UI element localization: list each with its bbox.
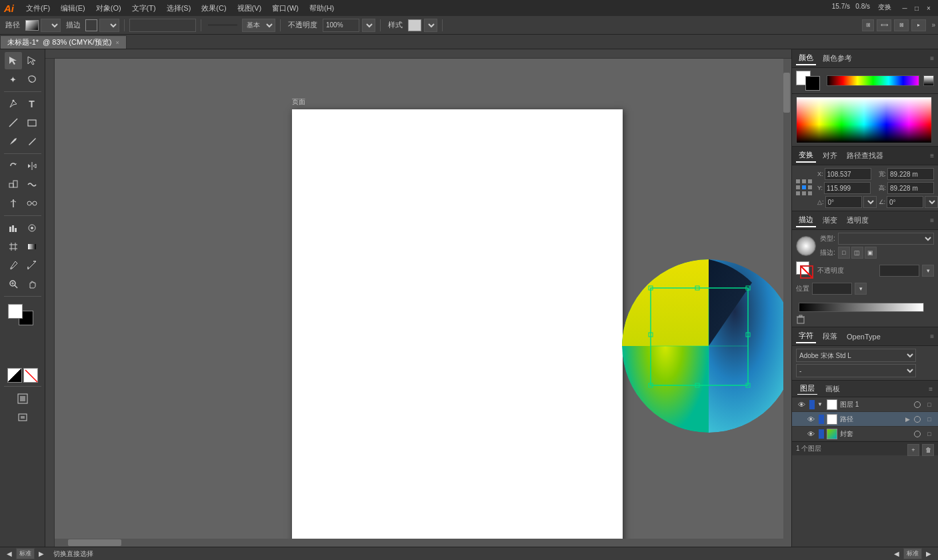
style-select[interactable] xyxy=(424,19,437,32)
restore-button[interactable]: □ xyxy=(911,3,922,13)
color-picker-gradient[interactable] xyxy=(796,97,932,143)
canvas-area[interactable]: 页面 xyxy=(45,49,791,547)
zoom-tool[interactable] xyxy=(5,275,22,293)
artboard-tab[interactable]: 画板 xyxy=(823,383,843,395)
minimize-button[interactable]: ─ xyxy=(899,3,910,13)
rect-tool[interactable] xyxy=(23,114,41,131)
pathfinder-tab[interactable]: 路径查找器 xyxy=(844,149,886,162)
desc-btn-2[interactable]: ◫ xyxy=(851,247,863,259)
layers-tab[interactable]: 图层 xyxy=(797,383,817,395)
layer-1-target[interactable]: □ xyxy=(925,400,934,409)
column-graph-tool[interactable] xyxy=(5,219,22,237)
nav-right-btn[interactable]: ▶ xyxy=(37,550,45,557)
envelope-lock[interactable]: □ xyxy=(925,429,934,439)
menu-help[interactable]: 帮助(H) xyxy=(304,2,339,15)
path-lock[interactable]: □ xyxy=(925,415,934,424)
color-panel-menu[interactable]: ≡ xyxy=(930,55,934,62)
stroke-type-select[interactable] xyxy=(838,233,934,245)
gradient-bar[interactable] xyxy=(799,303,924,312)
paragraph-tab[interactable]: 段落 xyxy=(820,330,840,343)
menu-view[interactable]: 视图(V) xyxy=(232,2,267,15)
grayscale-bar[interactable] xyxy=(923,75,934,86)
menu-object[interactable]: 对象(O) xyxy=(91,2,127,15)
align-tab[interactable]: 对齐 xyxy=(820,149,840,162)
opacity-input[interactable] xyxy=(323,19,359,32)
shear-select[interactable] xyxy=(925,196,938,208)
transform-panel-menu[interactable]: ≡ xyxy=(930,152,934,159)
status-nav-left[interactable]: ◀ xyxy=(893,550,901,557)
reference-point-grid[interactable] xyxy=(796,179,813,197)
width-tool[interactable] xyxy=(5,195,22,212)
menu-file[interactable]: 文件(F) xyxy=(21,2,55,15)
angle-select[interactable] xyxy=(863,196,877,208)
gradient-tool[interactable] xyxy=(23,238,41,255)
x-input[interactable] xyxy=(825,168,871,180)
blend-tool[interactable] xyxy=(23,195,41,212)
menu-select[interactable]: 选择(S) xyxy=(161,2,197,15)
path-target[interactable] xyxy=(913,415,922,424)
stroke-panel-menu[interactable]: ≡ xyxy=(930,217,934,224)
close-button[interactable]: × xyxy=(923,3,934,13)
pen-tool[interactable] xyxy=(5,95,22,113)
envelope-eye[interactable]: 👁 xyxy=(805,429,816,439)
scroll-thumb[interactable] xyxy=(783,73,790,113)
desc-btn-3[interactable]: ▣ xyxy=(865,247,877,259)
transform-tab[interactable]: 变换 xyxy=(796,149,816,163)
hand-tool[interactable] xyxy=(23,275,41,293)
align-icon-1[interactable]: ⊞ xyxy=(862,19,874,31)
stroke-opacity-input[interactable] xyxy=(879,265,919,277)
gradient-tab[interactable]: 渐变 xyxy=(820,214,840,227)
shear-input[interactable] xyxy=(887,196,923,208)
eyedropper-tool[interactable] xyxy=(5,257,22,274)
color-spectrum-bar[interactable] xyxy=(827,75,919,86)
tab-close-button[interactable]: × xyxy=(116,39,119,46)
transparency-tab[interactable]: 透明度 xyxy=(844,214,871,227)
menu-window[interactable]: 窗口(W) xyxy=(267,2,304,15)
layer-1-lock[interactable] xyxy=(913,400,922,409)
delete-layer-btn[interactable]: 🗑 xyxy=(922,444,934,456)
none-icon[interactable] xyxy=(23,368,38,383)
foreground-swatch[interactable] xyxy=(8,304,23,319)
rotate-tool[interactable] xyxy=(5,157,22,175)
line-tool[interactable] xyxy=(5,114,22,131)
opacity-select[interactable] xyxy=(362,19,375,32)
font-tab[interactable]: 字符 xyxy=(796,329,816,343)
menu-edit[interactable]: 编辑(E) xyxy=(55,2,91,15)
color-tab[interactable]: 颜色 xyxy=(796,51,816,65)
y-input[interactable] xyxy=(824,182,871,194)
mesh-tool[interactable] xyxy=(5,238,22,255)
toolbar-expand[interactable]: » xyxy=(931,21,935,29)
pencil-tool[interactable] xyxy=(23,133,41,150)
layers-panel-menu[interactable]: ≡ xyxy=(929,385,933,393)
w-input[interactable] xyxy=(887,168,934,180)
stroke-fill-icon[interactable] xyxy=(7,368,22,383)
magic-wand-tool[interactable]: ✦ xyxy=(5,71,22,88)
font-style-select[interactable]: - xyxy=(796,364,916,377)
paintbrush-tool[interactable] xyxy=(5,133,22,150)
measure-tool[interactable] xyxy=(23,257,41,274)
type-tool[interactable]: T xyxy=(23,95,41,113)
transform-icon[interactable]: ⟺ xyxy=(877,19,891,31)
lasso-tool[interactable] xyxy=(23,71,41,88)
warp-tool[interactable] xyxy=(23,176,41,193)
stroke-opacity-dropdown[interactable]: ▾ xyxy=(922,265,934,277)
nav-label-btn[interactable]: 标准 xyxy=(16,548,35,559)
angle-input[interactable] xyxy=(825,196,862,208)
reflect-tool[interactable] xyxy=(23,157,41,175)
menu-effect[interactable]: 效果(C) xyxy=(196,2,231,15)
normal-mode-btn[interactable] xyxy=(14,390,31,407)
desc-btn-1[interactable]: □ xyxy=(838,247,850,259)
menu-text[interactable]: 文字(T) xyxy=(127,2,161,15)
envelope-icon[interactable]: ⊠ xyxy=(894,19,909,31)
status-nav-label[interactable]: 标准 xyxy=(903,548,922,559)
nav-left-btn[interactable]: ◀ xyxy=(5,550,13,557)
path-eye[interactable]: 👁 xyxy=(805,414,816,425)
artboard-view-btn[interactable] xyxy=(14,409,31,426)
direct-select-tool[interactable] xyxy=(23,52,41,69)
char-panel-menu[interactable]: ≡ xyxy=(930,333,934,340)
status-nav-right[interactable]: ▶ xyxy=(925,550,933,557)
stroke-color-select[interactable] xyxy=(41,19,61,32)
color-ref-tab[interactable]: 颜色参考 xyxy=(820,52,855,65)
layer-expand-icon[interactable]: ▼ xyxy=(817,401,824,408)
font-family-select[interactable]: Adobe 宋体 Std L xyxy=(796,349,916,362)
